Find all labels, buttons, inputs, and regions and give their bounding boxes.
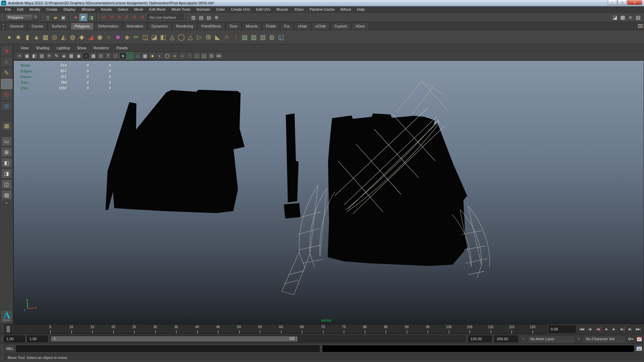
motion-blur-icon[interactable]: ◐ — [156, 52, 163, 59]
step-forward-key-button[interactable]: ▶| — [618, 325, 626, 333]
menu-item[interactable]: Color — [213, 6, 228, 13]
layout-persp-outliner-button[interactable]: ◧ — [1, 158, 12, 168]
uv-editor-icon[interactable]: ◱ — [276, 31, 285, 43]
snap-to-view-plane-button[interactable]: Ω — [130, 14, 138, 21]
panel-menu-item[interactable]: Renderer — [90, 46, 113, 50]
range-end-handle[interactable] — [296, 336, 298, 342]
poly-plane-icon[interactable]: ▦ — [41, 31, 50, 43]
menu-item[interactable]: Mesh — [131, 6, 146, 13]
render-settings-button[interactable]: ⊛ — [213, 14, 220, 21]
gate-mask-icon[interactable]: ○ — [83, 52, 90, 59]
shelf-menu-button[interactable]: ▾ — [1, 23, 6, 26]
current-frame-marker[interactable] — [6, 325, 10, 333]
render-current-frame-button[interactable]: ▤ — [197, 14, 205, 21]
auto-keyframe-toggle[interactable] — [627, 336, 635, 342]
panel-menu-item[interactable]: Shading — [32, 46, 53, 50]
menu-set-arrow-icon[interactable]: ▼ — [33, 14, 38, 20]
depth-of-field-icon[interactable]: ● — [171, 52, 178, 59]
menu-item[interactable]: Edit — [14, 6, 26, 13]
poly-grid-shortcut-button[interactable]: ▦ — [1, 121, 12, 131]
quadrangulate-icon[interactable]: ▷ — [195, 31, 204, 43]
shelf-tab[interactable]: Curves — [28, 22, 47, 30]
shelf-tab[interactable]: Animation — [123, 22, 147, 30]
go-to-start-button[interactable]: |◀◀ — [578, 325, 586, 333]
minimize-button[interactable]: — — [608, 0, 617, 5]
snap-to-curve-button[interactable]: Ω — [107, 14, 115, 21]
viewport-3d-view[interactable]: Verts: 514 0 0 Edges: 857 0 0 Faces: 411… — [13, 60, 644, 324]
camera-attributes-icon[interactable]: ▣ — [23, 52, 31, 59]
status-section-divider[interactable] — [41, 14, 43, 21]
planar-mapping-icon[interactable]: ▨ — [240, 31, 249, 43]
menu-item[interactable]: Muscle — [273, 6, 291, 13]
character-set-chevron-icon[interactable]: ▾ — [576, 336, 582, 342]
current-time-field[interactable] — [549, 325, 576, 333]
menu-item[interactable]: Mesh Tools — [169, 6, 193, 13]
layout-hypershade-persp-button[interactable]: ◫ — [1, 179, 12, 189]
shelf-tab[interactable]: Rendering — [172, 22, 197, 30]
menu-item[interactable]: File — [2, 6, 14, 13]
isolate-select-icon[interactable]: ◑ — [178, 52, 185, 59]
play-backwards-button[interactable]: ◀ — [602, 325, 610, 333]
shelf-tab[interactable]: Dynamics — [148, 22, 172, 30]
extract-icon[interactable]: ◧ — [159, 31, 168, 43]
screen-space-ao-icon[interactable]: ● — [149, 52, 156, 59]
poly-torus-icon[interactable]: ◎ — [50, 31, 59, 43]
textured-icon[interactable]: ◫ — [127, 52, 134, 59]
shelf-tab[interactable]: nCloth — [311, 22, 330, 30]
anim-layer-dropdown[interactable]: No Anim Layer — [527, 336, 575, 342]
select-camera-icon[interactable]: ⌖ — [16, 52, 23, 59]
shelf-tab[interactable]: Deformation — [94, 22, 122, 30]
two-d-pan-zoom-icon[interactable]: ✛ — [46, 52, 53, 59]
open-render-view-button[interactable]: ▥ — [190, 14, 197, 21]
title-bar[interactable]: Autodesk Maya 2015: G:\Projects\3D Graph… — [0, 0, 644, 6]
select-region-icon[interactable]: ▢ — [193, 52, 200, 59]
go-to-end-button[interactable]: ▶▶| — [634, 325, 642, 333]
step-back-key-button[interactable]: |◀ — [594, 325, 602, 333]
animation-preferences-button[interactable] — [636, 336, 643, 342]
bookmarks-icon[interactable]: ◧ — [31, 52, 38, 59]
ipr-render-button[interactable]: ▤ — [205, 14, 213, 21]
scale-tool-button[interactable]: ⊞ — [1, 101, 12, 111]
playback-start-field[interactable]: 1.00 — [27, 336, 48, 342]
extrude-icon[interactable]: ⊞ — [204, 31, 213, 43]
spherical-mapping-icon[interactable]: ◍ — [267, 31, 276, 43]
anim-layer-chevron-icon[interactable]: ▾ — [521, 336, 526, 342]
animation-end-field[interactable]: 200.00 — [494, 336, 518, 342]
snap-to-grid-button[interactable]: Ω — [100, 14, 107, 21]
range-slider-bar[interactable]: 1 120 — [51, 336, 298, 342]
smooth-icon[interactable]: ◯ — [177, 31, 186, 43]
save-scene-button[interactable]: ▣ — [59, 14, 67, 21]
lasso-tool-button[interactable]: ◌ — [1, 57, 12, 67]
select-tool-button[interactable]: ➤ — [1, 46, 12, 56]
multi-cut-icon[interactable]: ✂ — [131, 31, 141, 43]
toolbox-collapse-button[interactable]: ▾ — [2, 201, 12, 205]
bridge-icon[interactable]: ∩ — [222, 31, 231, 43]
shelf-trash-icon[interactable]: ⌧ — [637, 22, 644, 30]
quad-draw-icon[interactable]: ◈ — [122, 31, 131, 43]
command-input[interactable] — [16, 345, 320, 352]
show-layer-editor-button[interactable]: ▤ — [634, 14, 642, 21]
status-section-divider[interactable] — [68, 14, 70, 21]
shelf-tab[interactable]: Toon — [225, 22, 241, 30]
time-slider-grip[interactable] — [1, 325, 3, 333]
smooth-mesh-icon[interactable]: ◉ — [95, 31, 104, 43]
share-view-icon[interactable]: ⋈ — [215, 52, 222, 59]
menu-item[interactable]: Bifrost — [337, 6, 354, 13]
panel-menu-item[interactable]: Show — [73, 46, 90, 50]
menu-item[interactable]: Help — [354, 6, 368, 13]
resolution-gate-icon[interactable]: ◉ — [75, 52, 82, 59]
range-slider-groove[interactable]: 1 120 — [50, 336, 466, 342]
panel-menu-item[interactable]: View — [17, 46, 32, 50]
menu-item[interactable]: Edit Mesh — [146, 6, 169, 13]
select-component-button[interactable]: ◨ — [87, 14, 95, 21]
grease-pencil-icon[interactable]: ✎ — [53, 52, 60, 59]
panel-menu-item[interactable]: Panels — [113, 46, 131, 50]
shadows-icon[interactable]: ▩ — [142, 52, 149, 59]
script-editor-button[interactable] — [635, 345, 643, 352]
layout-single-pane-button[interactable]: ▭ — [1, 136, 12, 146]
maximize-button[interactable]: ▢ — [618, 0, 627, 5]
rotate-tool-button[interactable]: ↻ — [1, 90, 12, 100]
layout-persp-panel-button[interactable]: ▤ — [1, 190, 12, 200]
menu-item[interactable]: Edit UVs — [253, 6, 273, 13]
snap-to-projected-center-button[interactable]: Ω — [123, 14, 130, 21]
